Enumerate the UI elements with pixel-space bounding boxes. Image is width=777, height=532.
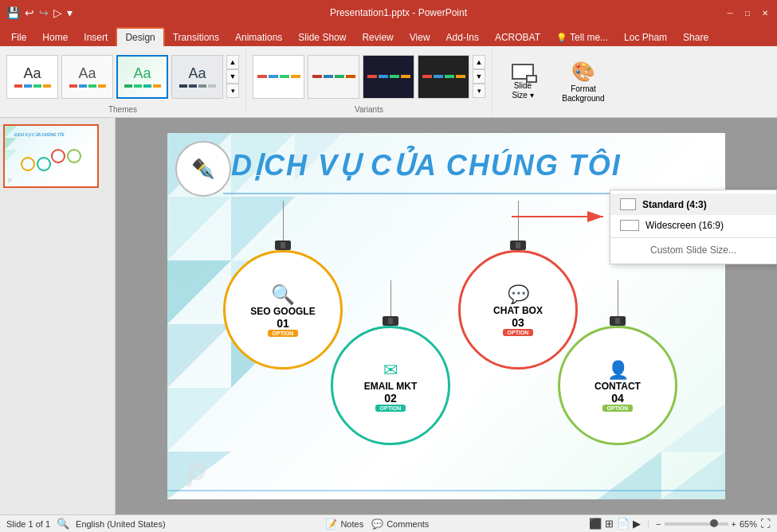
slide-background: ✒️ DỊCH VỤ CỦA CHÚNG TÔI 🔍 SEO GOOGLE 01 <box>167 133 725 499</box>
status-center: 📝 Notes 💬 Comments <box>325 518 429 530</box>
zoom-slider[interactable] <box>665 522 728 526</box>
comments-label[interactable]: Comments <box>387 519 429 529</box>
notes-label[interactable]: Notes <box>340 519 363 529</box>
custom-slide-size[interactable]: Custom Slide Size... <box>610 240 776 260</box>
zoom-in-icon[interactable]: + <box>732 519 736 529</box>
separator: | <box>647 519 649 529</box>
fit-slide-icon[interactable]: ⛶ <box>760 518 771 530</box>
slide-thumbnail-1[interactable]: DỊCH VỤ CỦA CHÚNG TÔI p <box>3 124 99 188</box>
theme-default[interactable]: Aa <box>6 55 58 99</box>
svg-marker-1 <box>5 138 17 150</box>
variants-items: ▲ ▼ ▾ <box>253 49 485 104</box>
tab-design[interactable]: Design <box>116 27 164 46</box>
language: English (United States) <box>76 519 166 529</box>
slide-size-button[interactable]: SlideSize ▾ <box>499 61 547 104</box>
view-slideshow-icon[interactable]: ▶ <box>633 518 641 530</box>
tab-slideshow[interactable]: Slide Show <box>290 29 354 46</box>
scroll-down[interactable]: ▼ <box>226 69 239 84</box>
watermark: p <box>187 452 206 487</box>
themes-label: Themes <box>108 105 137 114</box>
minimize-button[interactable]: ─ <box>724 7 736 18</box>
variants-scroll[interactable]: ▲ ▼ ▾ <box>473 55 485 98</box>
thumb-content-1: DỊCH VỤ CỦA CHÚNG TÔI p <box>5 126 97 186</box>
slide-size-group: SlideSize ▾ <box>492 49 553 114</box>
variant-1[interactable] <box>253 55 304 99</box>
dropdown-widescreen[interactable]: Widescreen (16:9) <box>610 215 776 236</box>
zoom-out-icon[interactable]: − <box>656 519 661 529</box>
slides-panel: 1 DỊCH VỤ CỦA CHÚNG TÔI <box>0 118 116 514</box>
tab-addins[interactable]: Add-Ins <box>438 29 487 46</box>
tab-home[interactable]: Home <box>34 29 76 46</box>
themes-group: Aa Aa Aa <box>0 49 246 114</box>
tab-file[interactable]: File <box>3 29 34 46</box>
customize-icon[interactable]: ▾ <box>67 6 73 19</box>
zoom-handle[interactable] <box>710 519 718 527</box>
canvas-area: ✒️ DỊCH VỤ CỦA CHÚNG TÔI 🔍 SEO GOOGLE 01 <box>116 118 777 514</box>
format-background-group: 🎨 Format Background <box>553 49 614 114</box>
present-icon[interactable]: ▷ <box>53 6 62 19</box>
thumb-title: DỊCH VỤ CỦA CHÚNG TÔI <box>14 132 64 137</box>
dropdown-standard[interactable]: Standard (4:3) <box>610 194 776 215</box>
status-bar: Slide 1 of 1 🔍 English (United States) 📝… <box>0 514 777 532</box>
format-bg-icon: 🎨 <box>571 61 595 83</box>
tab-animations[interactable]: Animations <box>227 29 290 46</box>
close-button[interactable]: ✕ <box>759 7 771 18</box>
notes-icon[interactable]: 📝 <box>325 518 337 530</box>
accessibility-icon[interactable]: 🔍 <box>57 518 69 530</box>
dropdown-arrow <box>512 205 607 231</box>
tab-user[interactable]: Loc Pham <box>616 29 675 46</box>
format-bg-items: 🎨 Format Background <box>559 49 607 114</box>
dropdown-divider <box>610 237 776 238</box>
slide-title: DỊCH VỤ CỦA CHÚNG TÔI <box>231 149 622 182</box>
svg-marker-7 <box>167 388 231 452</box>
tab-transitions[interactable]: Transitions <box>165 29 227 46</box>
maximize-button[interactable]: □ <box>742 7 753 18</box>
variant-3[interactable] <box>363 55 414 99</box>
save-icon[interactable]: 💾 <box>6 6 20 19</box>
variant-4[interactable] <box>418 55 469 99</box>
ribbon-content: Aa Aa Aa <box>0 46 777 118</box>
slide-size-dropdown: Standard (4:3) Widescreen (16:9) Custom … <box>610 190 777 264</box>
ornament-email: ✉ EMAIL MKT 02 OPTION <box>331 280 450 445</box>
format-background-button[interactable]: 🎨 Format Background <box>559 57 607 107</box>
slide-item-1[interactable]: 1 DỊCH VỤ CỦA CHÚNG TÔI <box>3 124 112 188</box>
theme-4[interactable]: Aa <box>171 55 223 99</box>
theme-2[interactable]: Aa <box>61 55 113 99</box>
widescreen-label: Widescreen (16:9) <box>646 220 724 231</box>
tab-review[interactable]: Review <box>354 29 401 46</box>
variant-2[interactable] <box>308 55 359 99</box>
title-bar: 💾 ↩ ↪ ▷ ▾ Presentation1.pptx - PowerPoin… <box>0 0 777 25</box>
svg-marker-14 <box>661 452 725 499</box>
variants-label: Variants <box>355 105 383 114</box>
status-right: ⬛ ⊞ 📄 ▶ | − + 65% ⛶ <box>589 518 771 530</box>
slide-info: Slide 1 of 1 <box>6 519 50 529</box>
scroll-up[interactable]: ▲ <box>226 55 239 69</box>
theme-3[interactable]: Aa <box>116 55 168 99</box>
status-left: Slide 1 of 1 🔍 English (United States) <box>6 518 166 530</box>
main-area: 1 DỊCH VỤ CỦA CHÚNG TÔI <box>0 118 777 514</box>
tab-tellme[interactable]: 💡Tell me... <box>548 29 616 46</box>
standard-preview <box>620 198 636 210</box>
slide-size-items: SlideSize ▾ <box>499 49 547 114</box>
view-reading-icon[interactable]: 📄 <box>617 518 630 530</box>
title-bar-left: 💾 ↩ ↪ ▷ ▾ <box>6 6 73 19</box>
tab-insert[interactable]: Insert <box>76 29 116 46</box>
comments-icon[interactable]: 💬 <box>371 518 383 530</box>
redo-icon[interactable]: ↪ <box>39 6 49 19</box>
themes-scroll[interactable]: ▲ ▼ ▾ <box>226 55 239 98</box>
tab-acrobat[interactable]: ACROBAT <box>487 29 548 46</box>
variants-scroll-more[interactable]: ▾ <box>473 84 485 98</box>
undo-icon[interactable]: ↩ <box>25 6 34 19</box>
standard-label: Standard (4:3) <box>642 199 707 210</box>
variants-scroll-up[interactable]: ▲ <box>473 55 485 69</box>
scroll-more[interactable]: ▾ <box>226 84 239 98</box>
view-normal-icon[interactable]: ⬛ <box>589 518 602 530</box>
slide-canvas[interactable]: ✒️ DỊCH VỤ CỦA CHÚNG TÔI 🔍 SEO GOOGLE 01 <box>167 133 725 499</box>
view-slide-sorter-icon[interactable]: ⊞ <box>605 518 614 530</box>
tab-share[interactable]: Share <box>675 29 716 46</box>
format-bg-label: Format Background <box>562 84 604 104</box>
title-bar-title: Presentation1.pptx - PowerPoint <box>73 7 724 18</box>
variants-scroll-down[interactable]: ▼ <box>473 69 485 84</box>
tab-view[interactable]: View <box>402 29 438 46</box>
ribbon-tabs: File Home Insert Design Transitions Anim… <box>0 25 777 46</box>
